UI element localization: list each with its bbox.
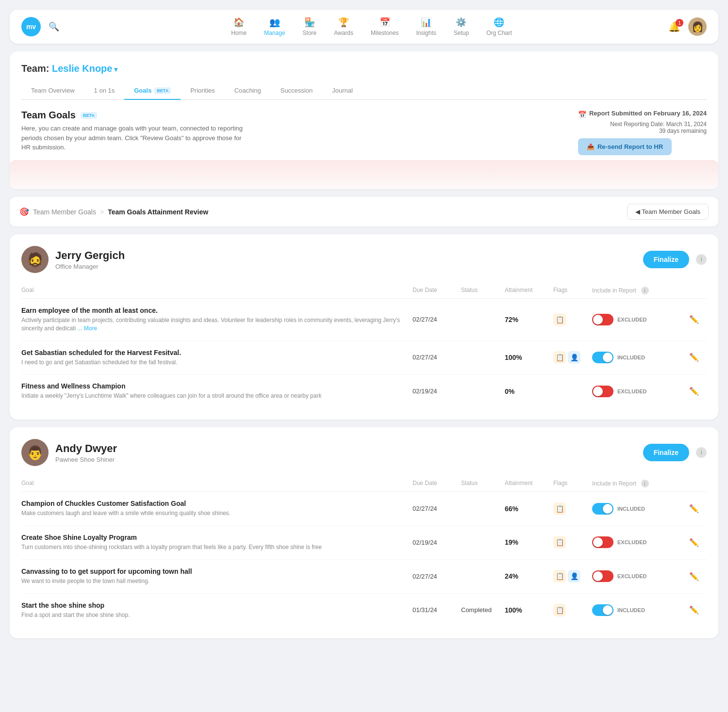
app-logo[interactable]: mv bbox=[21, 17, 41, 36]
include-info-icon[interactable]: i bbox=[641, 287, 649, 294]
toggle-knob bbox=[603, 605, 612, 615]
awards-icon: 🏆 bbox=[338, 17, 349, 28]
edit-icon-wrap[interactable]: ✏️ bbox=[689, 504, 707, 513]
col-header-flags: Flags bbox=[553, 480, 592, 487]
goal-flags: 📋👤 bbox=[553, 351, 592, 364]
goal-description: Find a spot and start the shoe shine sho… bbox=[21, 611, 413, 619]
nav-item-home[interactable]: 🏠Home bbox=[224, 13, 253, 40]
days-remaining: 39 days remaining bbox=[578, 128, 707, 134]
member-header: 👨 Andy Dwyer Pawnee Shoe Shiner Finalize… bbox=[21, 439, 707, 466]
goal-row: Champion of Chuckles Customer Satisfacti… bbox=[21, 492, 707, 526]
goal-description: Actively participate in team projects, c… bbox=[21, 316, 413, 333]
col-header-due-date: Due Date bbox=[413, 287, 461, 294]
finalize-button[interactable]: Finalize bbox=[643, 444, 689, 461]
tab-coaching[interactable]: Coaching bbox=[225, 82, 271, 100]
goal-attainment: 72% bbox=[505, 316, 553, 324]
nav-item-manage[interactable]: 👥Manage bbox=[257, 13, 292, 40]
edit-icon-wrap[interactable]: ✏️ bbox=[689, 315, 707, 324]
edit-icon-wrap[interactable]: ✏️ bbox=[689, 538, 707, 547]
include-in-report: INCLUDED bbox=[592, 352, 689, 363]
goal-row: Earn employee of the month at least once… bbox=[21, 299, 707, 341]
goal-name: Earn employee of the month at least once… bbox=[21, 307, 413, 314]
tab-1on1s[interactable]: 1 on 1s bbox=[84, 82, 125, 100]
nav-item-awards[interactable]: 🏆Awards bbox=[327, 13, 360, 40]
member-name: Jerry Gergich bbox=[55, 249, 125, 262]
team-header: Team: Leslie Knope bbox=[21, 63, 707, 74]
col-header-include: Include in Report i bbox=[592, 287, 689, 294]
org-chart-icon: 🌐 bbox=[494, 17, 504, 28]
goal-description: I need to go and get Sabastian scheduled… bbox=[21, 358, 413, 367]
tab-beta-badge: BETA bbox=[154, 87, 171, 94]
goal-info: Earn employee of the month at least once… bbox=[21, 307, 413, 333]
include-label: EXCLUDED bbox=[617, 573, 647, 579]
member-role: Pawnee Shoe Shiner bbox=[55, 456, 117, 463]
goals-meta: 📅 Report Submitted on February 16, 2024 … bbox=[578, 110, 707, 155]
col-header-due-date: Due Date bbox=[413, 480, 461, 487]
col-header-goal: Goal bbox=[21, 480, 413, 487]
nav-item-insights[interactable]: 📊Insights bbox=[409, 13, 443, 40]
goal-info: Create Shoe Shine Loyalty Program Turn c… bbox=[21, 534, 413, 551]
edit-icon-wrap[interactable]: ✏️ bbox=[689, 387, 707, 396]
flag-doc-icon: 📋 bbox=[553, 570, 566, 583]
team-main-card: Team: Leslie Knope Team Overview1 on 1sG… bbox=[10, 51, 718, 189]
toggle-knob bbox=[593, 537, 603, 547]
toggle-knob bbox=[593, 387, 603, 396]
goals-title: Team Goals BETA bbox=[21, 110, 245, 121]
flag-person-icon: 👤 bbox=[568, 570, 580, 583]
goals-header-row: Team Goals BETA Here, you can create and… bbox=[21, 100, 707, 160]
info-icon[interactable]: i bbox=[696, 447, 707, 458]
more-link[interactable]: ... More bbox=[77, 325, 97, 332]
nav-item-setup[interactable]: ⚙️Setup bbox=[447, 13, 476, 40]
include-info-icon[interactable]: i bbox=[641, 480, 649, 487]
team-manager-name[interactable]: Leslie Knope bbox=[52, 63, 117, 74]
include-toggle[interactable] bbox=[592, 386, 613, 397]
flag-person-icon: 👤 bbox=[568, 351, 580, 364]
breadcrumb-parent[interactable]: Team Member Goals bbox=[33, 208, 96, 216]
include-toggle[interactable] bbox=[592, 536, 613, 548]
resend-report-button[interactable]: 📤 Re-send Report to HR bbox=[578, 138, 672, 155]
tab-team-overview[interactable]: Team Overview bbox=[21, 82, 84, 100]
goals-table: Goal Due Date Status Attainment Flags In… bbox=[21, 476, 707, 627]
breadcrumb-bar: 🎯 Team Member Goals > Team Goals Attainm… bbox=[10, 197, 718, 227]
nav-item-milestones[interactable]: 📅Milestones bbox=[364, 13, 405, 40]
tab-journal[interactable]: Journal bbox=[322, 82, 363, 100]
col-header-attainment: Attainment bbox=[505, 480, 553, 487]
nav-item-org-chart[interactable]: 🌐Org Chart bbox=[480, 13, 519, 40]
flag-doc-icon: 📋 bbox=[553, 502, 566, 515]
goal-attainment: 100% bbox=[505, 354, 553, 361]
user-avatar[interactable]: 👩 bbox=[688, 17, 707, 36]
tab-succession[interactable]: Succession bbox=[271, 82, 322, 100]
info-icon[interactable]: i bbox=[696, 254, 707, 265]
tab-priorities[interactable]: Priorities bbox=[181, 82, 225, 100]
goal-description: Turn customers into shoe-shining rocksta… bbox=[21, 543, 413, 551]
finalize-button[interactable]: Finalize bbox=[643, 251, 689, 268]
member-info: 👨 Andy Dwyer Pawnee Shoe Shiner bbox=[21, 439, 117, 466]
member-actions: Finalize i bbox=[643, 251, 707, 268]
include-toggle[interactable] bbox=[592, 570, 613, 582]
edit-icon-wrap[interactable]: ✏️ bbox=[689, 572, 707, 581]
edit-icon: ✏️ bbox=[689, 353, 699, 361]
include-toggle[interactable] bbox=[592, 604, 613, 616]
manage-icon: 👥 bbox=[269, 17, 280, 28]
goal-flags: 📋 bbox=[553, 536, 592, 549]
col-header-status: Status bbox=[461, 480, 505, 487]
flag-doc-icon: 📋 bbox=[553, 313, 566, 326]
tab-goals[interactable]: GoalsBETA bbox=[124, 82, 181, 100]
search-icon[interactable]: 🔍 bbox=[49, 21, 59, 32]
edit-icon-wrap[interactable]: ✏️ bbox=[689, 605, 707, 615]
member-info: 🧔 Jerry Gergich Office Manager bbox=[21, 246, 125, 273]
goal-flags: 📋 bbox=[553, 313, 592, 326]
include-toggle[interactable] bbox=[592, 314, 613, 325]
nav-item-store[interactable]: 🏪Store bbox=[296, 13, 324, 40]
breadcrumb-left: 🎯 Team Member Goals > Team Goals Attainm… bbox=[19, 207, 208, 216]
notification-count: 1 bbox=[676, 19, 683, 27]
include-toggle[interactable] bbox=[592, 503, 613, 515]
edit-icon-wrap[interactable]: ✏️ bbox=[689, 353, 707, 362]
edit-icon: ✏️ bbox=[689, 387, 699, 395]
goal-name: Fitness and Wellness Champion bbox=[21, 382, 413, 390]
notifications-bell[interactable]: 🔔 1 bbox=[668, 21, 680, 32]
back-to-team-member-goals-button[interactable]: ◀ Team Member Goals bbox=[627, 204, 709, 220]
include-toggle[interactable] bbox=[592, 352, 613, 363]
member-actions: Finalize i bbox=[643, 444, 707, 461]
toggle-knob bbox=[603, 353, 612, 362]
